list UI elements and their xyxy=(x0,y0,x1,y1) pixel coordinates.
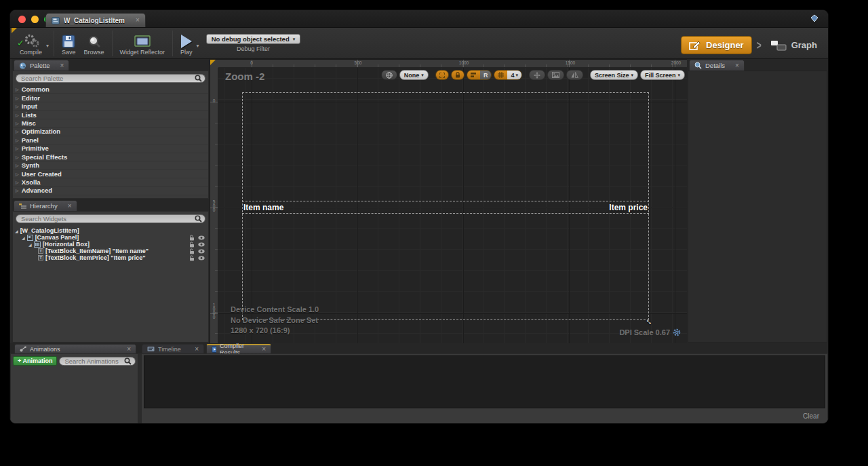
outline-toggle-button[interactable] xyxy=(435,70,449,80)
palette-category-editor[interactable]: ▷Editor xyxy=(13,94,208,102)
visibility-eye-icon[interactable] xyxy=(198,235,205,240)
snap-rotation-button[interactable]: R xyxy=(480,71,492,79)
palette-category-advanced[interactable]: ▷Advanced xyxy=(13,187,208,195)
compile-button[interactable]: ✓ Compile xyxy=(16,28,46,58)
palette-search-input[interactable] xyxy=(16,74,205,83)
screen-size-dropdown[interactable]: Screen Size▾ xyxy=(590,70,638,80)
palette-category-optimization[interactable]: ▷Optimization xyxy=(13,128,208,136)
chevron-down-icon: ▾ xyxy=(293,37,296,42)
clear-button[interactable]: Clear xyxy=(803,412,819,420)
snap-icon xyxy=(471,72,477,78)
palette-category-misc[interactable]: ▷Misc xyxy=(13,119,208,128)
graph-mode-button[interactable]: Graph xyxy=(766,40,821,51)
add-animation-button[interactable]: + Animation xyxy=(13,356,57,366)
item-name-textblock[interactable]: Item name xyxy=(243,203,283,212)
widget-reflector-button[interactable]: Widget Reflector xyxy=(116,28,170,58)
safe-zone-label: No Device Safe Zone Set xyxy=(231,315,319,326)
expander-icon[interactable]: ▷ xyxy=(16,87,19,92)
asset-tab[interactable]: W_CatalogListItem × xyxy=(45,13,146,27)
palette-category-primitive[interactable]: ▷Primitive xyxy=(13,144,208,153)
canvas-info-overlay: Device Content Scale 1.0 No Device Safe … xyxy=(231,305,319,336)
expander-icon[interactable]: ◢ xyxy=(15,229,18,233)
dpi-settings-gear-icon[interactable] xyxy=(673,328,681,336)
palette-category-lists[interactable]: ▷Lists xyxy=(13,111,208,119)
close-icon[interactable]: × xyxy=(54,62,64,69)
lock-open-icon[interactable] xyxy=(189,255,195,261)
expander-icon[interactable]: ▷ xyxy=(16,163,19,168)
expander-icon[interactable]: ▷ xyxy=(16,113,19,117)
preview-background-button[interactable] xyxy=(547,70,564,80)
hierarchy-row-canvas-panel[interactable]: ◢ [Canvas Panel] xyxy=(13,234,208,241)
palette-category-input[interactable]: ▷Input xyxy=(13,102,208,111)
palette-category-user-created[interactable]: ▷User Created xyxy=(13,170,208,178)
palette-category-special-effects[interactable]: ▷Special Effects xyxy=(13,153,208,161)
expander-icon[interactable]: ▷ xyxy=(16,188,19,193)
flip-preview-button[interactable] xyxy=(566,70,583,80)
item-price-textblock[interactable]: Item price xyxy=(609,203,648,212)
expander-icon[interactable]: ◢ xyxy=(22,235,25,240)
hierarchy-tab[interactable]: Hierarchy × xyxy=(14,200,77,211)
grid-snap-group[interactable]: 4▾ xyxy=(494,70,522,80)
expander-icon[interactable]: ▷ xyxy=(16,96,19,100)
horizontal-box-widget[interactable]: Item name Item price xyxy=(242,201,649,214)
expander-icon[interactable]: ▷ xyxy=(16,180,19,185)
snap-to-grid-group[interactable]: R xyxy=(467,70,492,80)
expander-icon[interactable]: ▷ xyxy=(16,146,19,151)
design-surface[interactable]: Zoom -2 None▾ R 4▾ xyxy=(218,68,688,344)
palette-category-common[interactable]: ▷Common xyxy=(13,85,208,94)
compiler-results-panel: Clear xyxy=(141,353,828,424)
visibility-eye-icon[interactable] xyxy=(198,256,205,260)
localization-preview-button[interactable] xyxy=(381,70,397,80)
compile-gears-icon xyxy=(22,33,40,48)
animations-tab[interactable]: Animations × xyxy=(14,344,136,353)
close-icon[interactable]: × xyxy=(61,203,72,210)
palette-tab[interactable]: Palette × xyxy=(14,60,69,71)
visibility-eye-icon[interactable] xyxy=(198,242,205,247)
visibility-eye-icon[interactable] xyxy=(198,249,205,254)
save-button[interactable]: Save xyxy=(58,28,80,58)
lock-open-icon[interactable] xyxy=(189,248,195,254)
play-options-caret-icon[interactable]: ▾ xyxy=(197,43,199,49)
lock-open-icon[interactable] xyxy=(189,241,195,248)
play-button[interactable]: Play xyxy=(176,28,197,58)
browse-button[interactable]: Browse xyxy=(80,28,108,58)
timeline-tab[interactable]: Timeline × xyxy=(142,344,204,353)
palette-category-panel[interactable]: ▷Panel xyxy=(13,136,208,144)
fill-screen-dropdown[interactable]: Fill Screen▾ xyxy=(640,70,685,80)
details-tab[interactable]: Details × xyxy=(689,60,745,71)
hierarchy-row-textblock-itemprice[interactable]: T [TextBlock_ItemPrice] "Item price" xyxy=(13,254,208,261)
palette-category-synth[interactable]: ▷Synth xyxy=(13,161,208,170)
graph-label: Graph xyxy=(791,40,817,50)
hierarchy-row-horizontal-box[interactable]: ◢ [Horizontal Box] xyxy=(13,241,208,248)
compiler-results-tab[interactable]: Compiler Results × xyxy=(206,344,271,353)
transform-mode-button[interactable] xyxy=(529,70,545,80)
lock-widgets-button[interactable] xyxy=(451,70,465,80)
flag-dropdown[interactable]: None▾ xyxy=(399,70,429,80)
close-icon[interactable]: × xyxy=(120,346,131,353)
debug-object-dropdown[interactable]: No debug object selected ▾ xyxy=(206,34,301,44)
window-menu-icon[interactable] xyxy=(810,14,818,22)
hierarchy-row-textblock-itemname[interactable]: T [TextBlock_ItemName] "Item name" xyxy=(13,248,208,254)
image-icon xyxy=(552,72,559,78)
close-icon[interactable]: × xyxy=(728,62,739,69)
compile-options-caret-icon[interactable]: ▾ xyxy=(46,43,49,49)
ruler-label: 2000 xyxy=(671,60,681,65)
lock-open-icon[interactable] xyxy=(189,235,195,241)
designer-mode-button[interactable]: Designer xyxy=(681,36,752,54)
close-icon[interactable]: × xyxy=(255,346,266,353)
expander-icon[interactable]: ◢ xyxy=(28,242,32,247)
palette-category-xsolla[interactable]: ▷Xsolla xyxy=(13,178,208,187)
close-tab-icon[interactable]: × xyxy=(129,17,140,24)
macos-close-button[interactable] xyxy=(18,16,26,23)
expander-icon[interactable]: ▷ xyxy=(16,121,19,125)
expander-icon[interactable]: ▷ xyxy=(16,104,19,109)
expander-icon[interactable]: ▷ xyxy=(16,155,19,159)
hierarchy-search-input[interactable] xyxy=(16,214,205,223)
expander-icon[interactable]: ▷ xyxy=(16,138,19,142)
grid-size-dropdown[interactable]: 4▾ xyxy=(507,71,521,79)
macos-minimize-button[interactable] xyxy=(31,16,39,23)
close-icon[interactable]: × xyxy=(188,346,199,353)
hierarchy-row-root[interactable]: ◢ [W_CatalogListItem] xyxy=(13,227,208,234)
expander-icon[interactable]: ▷ xyxy=(16,172,19,176)
expander-icon[interactable]: ▷ xyxy=(16,129,19,134)
